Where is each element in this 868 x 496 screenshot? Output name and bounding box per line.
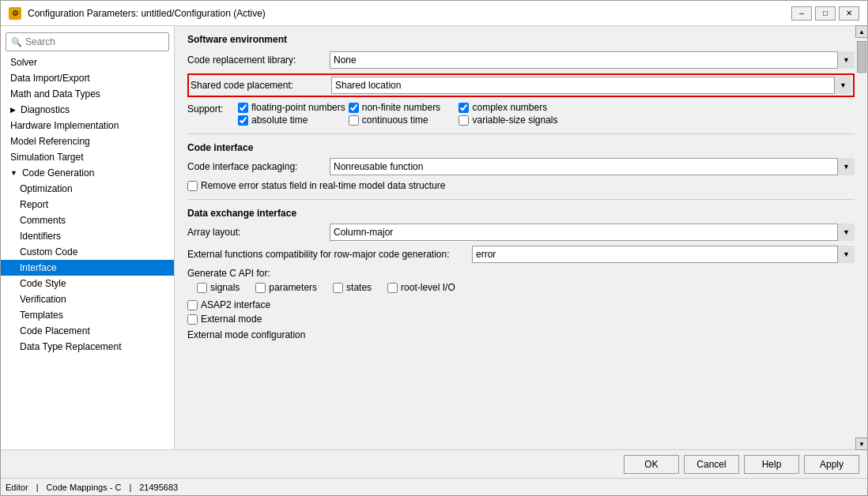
asap2-label: ASAP2 interface	[201, 299, 270, 310]
sidebar-item-label: Report	[20, 199, 48, 210]
non-finite-label: non-finite numbers	[362, 102, 440, 113]
code-replacement-label: Code replacement library:	[187, 54, 330, 66]
floating-point-label: floating-point numbers	[251, 102, 345, 113]
sidebar-item-report[interactable]: Report	[1, 197, 174, 212]
states-label: states	[346, 282, 372, 293]
help-button[interactable]: Help	[744, 455, 799, 474]
divider-1	[187, 133, 855, 134]
title-bar: ⚙ Configuration Parameters: untitled/Con…	[1, 1, 867, 26]
sidebar-item-data-import-export[interactable]: Data Import/Export	[1, 70, 174, 86]
title-bar-left: ⚙ Configuration Parameters: untitled/Con…	[9, 7, 266, 20]
main-panel: Software environment Code replacement li…	[175, 26, 867, 449]
sidebar-item-label: Simulation Target	[10, 152, 84, 163]
window-controls: – □ ✕	[791, 6, 859, 21]
absolute-time-checkbox[interactable]	[238, 115, 248, 126]
status-bar: Editor | Code Mappings - C | 21495683	[1, 478, 867, 495]
sidebar-item-code-generation[interactable]: ▼ Code Generation	[1, 165, 174, 181]
continuous-time-checkbox[interactable]	[349, 115, 359, 126]
scrollbar-up-button[interactable]: ▲	[855, 26, 867, 38]
code-interface-packaging-select[interactable]: Nonreusable function	[330, 158, 855, 175]
support-grid: floating-point numbers non-finite number…	[238, 102, 566, 126]
remove-error-label: Remove error status field in real-time m…	[201, 180, 445, 191]
bottom-bar: OK Cancel Help Apply	[1, 449, 867, 478]
cancel-button[interactable]: Cancel	[684, 455, 739, 474]
signals-checkbox[interactable]	[197, 283, 207, 293]
support-continuous-time: continuous time	[349, 115, 456, 126]
status-coordinates: 21495683	[139, 483, 178, 492]
external-mode-checkbox[interactable]	[187, 314, 198, 325]
window-title: Configuration Parameters: untitled/Confi…	[28, 8, 266, 19]
close-button[interactable]: ✕	[839, 6, 859, 21]
external-mode-row: External mode	[187, 314, 855, 325]
support-floating-point: floating-point numbers	[238, 102, 345, 113]
array-layout-select[interactable]: Column-major	[330, 224, 855, 241]
remove-error-checkbox[interactable]	[187, 181, 198, 191]
code-replacement-select[interactable]: None	[330, 51, 855, 69]
signals-label: signals	[210, 282, 240, 293]
asap2-row: ASAP2 interface	[187, 299, 855, 310]
status-separator: |	[36, 483, 39, 492]
sidebar-item-label: Templates	[20, 310, 63, 321]
data-exchange-section: Data exchange interface Array layout: Co…	[187, 208, 855, 340]
api-checkboxes: signals parameters states	[187, 282, 855, 293]
maximize-button[interactable]: □	[815, 6, 836, 21]
software-env-title: Software environment	[187, 34, 855, 45]
apply-button[interactable]: Apply	[804, 455, 859, 474]
external-mode-label: External mode	[201, 314, 262, 325]
sidebar-item-comments[interactable]: Comments	[1, 212, 174, 228]
search-input[interactable]	[25, 36, 164, 47]
ext-compat-select[interactable]: error	[472, 246, 855, 263]
search-icon: 🔍	[11, 37, 22, 47]
complex-numbers-checkbox[interactable]	[459, 103, 469, 113]
ok-button[interactable]: OK	[624, 455, 679, 474]
parameters-checkbox[interactable]	[255, 283, 266, 293]
sidebar-item-label: Code Style	[20, 278, 66, 289]
generate-api-label: Generate C API for:	[187, 268, 855, 279]
minimize-button[interactable]: –	[791, 6, 812, 21]
sidebar: 🔍 Solver Data Import/Export Math and Dat…	[1, 26, 175, 449]
api-root-level-io: root-level I/O	[387, 282, 455, 293]
sidebar-item-code-placement[interactable]: Code Placement	[1, 323, 174, 339]
states-checkbox[interactable]	[333, 283, 343, 293]
shared-code-select[interactable]: Shared location	[331, 77, 851, 94]
sidebar-item-model-referencing[interactable]: Model Referencing	[1, 133, 174, 149]
sidebar-item-code-style[interactable]: Code Style	[1, 276, 174, 291]
sidebar-item-label: Diagnostics	[21, 104, 70, 115]
ext-mode-config-label: External mode configuration	[187, 329, 855, 340]
ext-compat-row: External functions compatibility for row…	[187, 246, 855, 263]
main-window: ⚙ Configuration Parameters: untitled/Con…	[0, 0, 868, 496]
root-level-io-checkbox[interactable]	[387, 283, 398, 293]
code-replacement-select-wrapper: None ▼	[330, 51, 855, 69]
sidebar-item-diagnostics[interactable]: ▶ Diagnostics	[1, 102, 174, 118]
sidebar-item-templates[interactable]: Templates	[1, 307, 174, 323]
sidebar-item-label: Code Placement	[20, 325, 90, 336]
sidebar-item-math-data-types[interactable]: Math and Data Types	[1, 86, 174, 102]
search-box[interactable]: 🔍	[6, 32, 169, 51]
sidebar-item-verification[interactable]: Verification	[1, 291, 174, 307]
shared-code-label: Shared code placement:	[191, 80, 331, 91]
code-interface-title: Code interface	[187, 142, 855, 153]
sidebar-item-solver[interactable]: Solver	[1, 54, 174, 70]
scrollbar-track: ▲ ▼	[855, 26, 867, 449]
sidebar-item-custom-code[interactable]: Custom Code	[1, 244, 174, 260]
sidebar-item-interface[interactable]: Interface	[1, 260, 174, 276]
sidebar-item-data-type-replacement[interactable]: Data Type Replacement	[1, 339, 174, 355]
sidebar-item-optimization[interactable]: Optimization	[1, 181, 174, 197]
complex-numbers-label: complex numbers	[472, 102, 547, 113]
array-layout-row: Array layout: Column-major ▼	[187, 224, 855, 241]
expand-icon: ▼	[10, 169, 17, 177]
scrollbar-down-button[interactable]: ▼	[855, 438, 867, 449]
shared-code-select-wrapper: Shared location ▼	[331, 77, 851, 94]
sidebar-item-simulation-target[interactable]: Simulation Target	[1, 149, 174, 165]
floating-point-checkbox[interactable]	[238, 103, 248, 113]
absolute-time-label: absolute time	[251, 115, 308, 126]
sidebar-item-label: Identifiers	[20, 231, 61, 242]
scrollbar-thumb[interactable]	[857, 41, 866, 73]
sidebar-item-hardware-impl[interactable]: Hardware Implementation	[1, 118, 174, 133]
api-signals: signals	[197, 282, 240, 293]
non-finite-checkbox[interactable]	[349, 103, 359, 113]
asap2-checkbox[interactable]	[187, 300, 198, 310]
sidebar-item-identifiers[interactable]: Identifiers	[1, 228, 174, 244]
array-layout-label: Array layout:	[187, 227, 330, 238]
variable-size-checkbox[interactable]	[459, 115, 469, 126]
